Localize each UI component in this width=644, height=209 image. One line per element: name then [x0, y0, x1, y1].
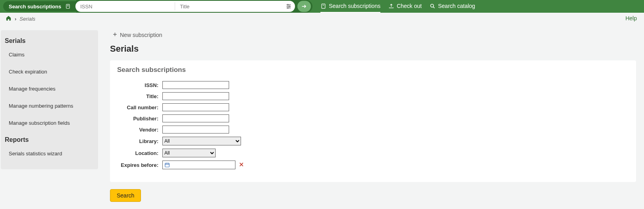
row-issn: ISSN: — [117, 81, 629, 89]
top-nav: Search subscriptions Check out Search ca… — [320, 0, 475, 13]
label-title: Title: — [117, 93, 162, 99]
svg-rect-16 — [165, 163, 170, 167]
search-context-label: Search subscriptions — [9, 4, 61, 10]
search-icon — [430, 3, 436, 9]
dual-search-inputs — [75, 1, 295, 12]
search-card: Search subscriptions ISSN: Title: Call n… — [110, 60, 636, 182]
row-vendor: Vendor: — [117, 126, 629, 134]
sidebar-item-claims[interactable]: Claims — [1, 48, 98, 61]
svg-point-7 — [289, 6, 290, 7]
input-callnumber[interactable] — [162, 103, 229, 111]
nav-label: Check out — [397, 3, 422, 9]
input-vendor[interactable] — [162, 126, 229, 134]
new-subscription-button[interactable]: New subscription — [110, 30, 165, 40]
row-expires: Expires before: — [117, 161, 629, 169]
input-publisher[interactable] — [162, 114, 229, 122]
issn-search-input[interactable] — [75, 1, 175, 12]
row-location: Location: All — [117, 149, 629, 157]
clear-date-icon[interactable] — [239, 162, 244, 168]
title-search-input[interactable] — [175, 1, 282, 12]
breadcrumb: › Serials Help — [0, 13, 644, 25]
row-publisher: Publisher: — [117, 114, 629, 122]
label-library: Library: — [117, 138, 162, 144]
toolbar: New subscription — [110, 30, 636, 40]
label-vendor: Vendor: — [117, 127, 162, 133]
sidebar-heading-reports: Reports — [5, 136, 98, 143]
svg-point-6 — [287, 4, 289, 6]
help-link[interactable]: Help — [625, 15, 637, 21]
sidebar-item-serials-statistics[interactable]: Serials statistics wizard — [1, 147, 98, 160]
breadcrumb-separator: › — [15, 16, 16, 22]
sidebar: Serials Claims Check expiration Manage f… — [1, 30, 98, 169]
row-library: Library: All — [117, 137, 629, 145]
input-title[interactable] — [162, 92, 229, 100]
input-expires-before[interactable] — [162, 161, 235, 169]
search-button[interactable]: Search — [110, 189, 141, 202]
card-title: Search subscriptions — [117, 66, 629, 74]
svg-line-13 — [434, 7, 435, 8]
breadcrumb-current: Serials — [19, 16, 35, 22]
svg-point-12 — [431, 4, 434, 7]
label-callnumber: Call number: — [117, 104, 162, 110]
sidebar-heading-serials: Serials — [5, 37, 98, 45]
nav-label: Search catalog — [438, 3, 475, 9]
calendar-icon — [164, 162, 170, 168]
label-location: Location: — [117, 150, 162, 156]
svg-rect-10 — [322, 4, 325, 8]
row-callnumber: Call number: — [117, 103, 629, 111]
home-icon[interactable] — [6, 15, 12, 22]
book-icon — [320, 3, 326, 9]
sidebar-item-check-expiration[interactable]: Check expiration — [1, 66, 98, 78]
input-issn[interactable] — [162, 81, 229, 89]
search-settings-icon[interactable] — [285, 3, 292, 10]
nav-search-subscriptions[interactable]: Search subscriptions — [320, 0, 380, 13]
select-library[interactable]: All — [162, 137, 241, 145]
row-title: Title: — [117, 92, 629, 100]
main-layout: Serials Claims Check expiration Manage f… — [0, 25, 644, 209]
search-submit-button[interactable] — [297, 1, 311, 12]
upload-icon — [388, 3, 394, 9]
topbar: Search subscriptions — [0, 0, 644, 13]
sidebar-item-manage-frequencies[interactable]: Manage frequencies — [1, 83, 98, 95]
select-location[interactable]: All — [162, 149, 216, 157]
label-issn: ISSN: — [117, 82, 162, 88]
new-subscription-label: New subscription — [120, 32, 162, 38]
svg-point-8 — [287, 8, 289, 9]
sidebar-item-manage-subscription-fields[interactable]: Manage subscription fields — [1, 117, 98, 129]
book-icon — [65, 4, 71, 9]
sidebar-item-manage-numbering[interactable]: Manage numbering patterns — [1, 100, 98, 112]
search-inputs-wrap — [76, 0, 312, 13]
label-publisher: Publisher: — [117, 116, 162, 122]
nav-label: Search subscriptions — [329, 3, 380, 9]
page-title: Serials — [110, 44, 636, 54]
main-content: New subscription Serials Search subscrip… — [98, 30, 644, 202]
search-context-pill[interactable]: Search subscriptions — [3, 1, 76, 12]
label-expires: Expires before: — [117, 162, 162, 168]
nav-check-out[interactable]: Check out — [388, 0, 422, 13]
nav-search-catalog[interactable]: Search catalog — [430, 0, 475, 13]
plus-icon — [112, 32, 118, 38]
